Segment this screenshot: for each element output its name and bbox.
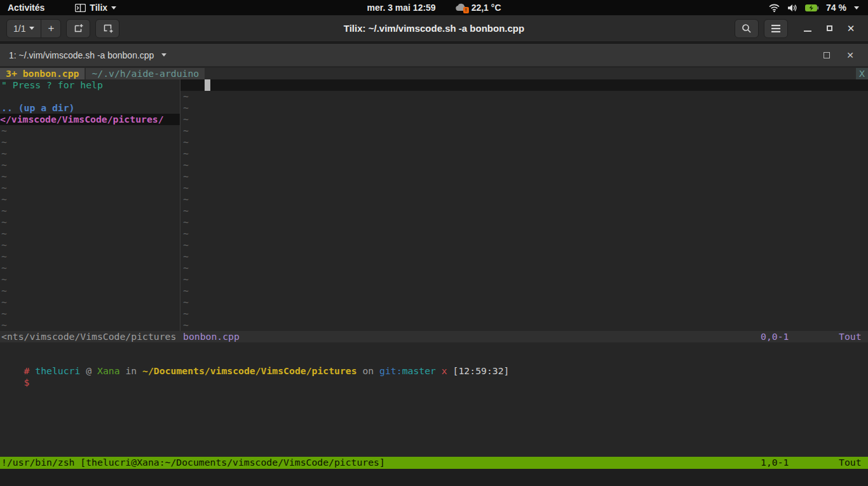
terminal-viewport[interactable]: 3+ bonbon.cpp ~/.v/h/aide-arduino X " Pr… — [0, 66, 868, 486]
tilde-row: ~ — [180, 91, 868, 102]
tilde-row: ~ — [180, 240, 868, 251]
tilde-row: ~ — [180, 114, 868, 125]
minimize-icon — [804, 30, 811, 32]
tilde-row: ~ — [180, 125, 868, 137]
vim-windows: " Press ? for help .. (up a dir) </vimsc… — [0, 79, 868, 331]
explorer-blank-line — [0, 91, 180, 102]
menu-button[interactable] — [764, 19, 788, 38]
clock-button[interactable]: mer. 3 mai 12:59 — [364, 3, 438, 13]
volume-icon[interactable] — [787, 4, 797, 12]
weather-cloud-icon: ! — [455, 3, 468, 13]
clock-label: mer. 3 mai 12:59 — [367, 3, 435, 13]
tilde-row: ~ — [180, 285, 868, 297]
tilde-row: ~ — [0, 274, 180, 285]
battery-icon — [805, 4, 818, 11]
tilde-row: ~ — [180, 194, 868, 205]
close-window-button[interactable]: ✕ — [840, 19, 862, 38]
tilde-row: ~ — [0, 148, 180, 159]
tilde-row: ~ — [0, 251, 180, 262]
statusline-buffer: bonbon.cpp 0,0-1 Tout — [180, 331, 868, 342]
new-session-button[interactable]: + — [41, 20, 60, 37]
app-menu-label: Tilix — [90, 3, 107, 13]
tilde-row: ~ — [180, 251, 868, 262]
tilix-headerbar: Tilix: ~/.vim/vimscode.sh -a bonbon.cpp … — [0, 15, 868, 42]
terminal-tab[interactable]: 1: ~/.vim/vimscode.sh -a bonbon.cpp — [9, 50, 166, 60]
vim-tab-inactive[interactable]: ~/.v/h/aide-arduino — [86, 68, 205, 79]
terminal-statusline-ruler: 1,0-1 — [761, 457, 839, 469]
gnome-top-bar: Activités Tilix mer. 3 mai 12:59 ! — [0, 0, 868, 15]
tilde-row: ~ — [0, 262, 180, 274]
buffer-pane[interactable]: 1 ~~~~~~~~~~~~~~~~~~~~~ — [180, 79, 868, 331]
explorer-help-line: " Press ? for help — [0, 79, 180, 91]
activities-button[interactable]: Activités — [0, 0, 52, 15]
terminal-titlebar: 1: ~/.vim/vimscode.sh -a bonbon.cpp ✕ — [0, 44, 868, 66]
tilde-row: ~ — [180, 297, 868, 308]
tilde-row: ~ — [180, 102, 868, 114]
explorer-tilde-column: ~~~~~~~~~~~~~~~~~~ — [0, 125, 180, 331]
weather-indicator[interactable]: ! 22,1 °C — [452, 3, 504, 13]
buffer-line-1: 1 — [180, 79, 868, 91]
tilde-row: ~ — [0, 308, 180, 320]
tilde-row: ~ — [180, 308, 868, 320]
tilde-row: ~ — [0, 320, 180, 331]
explorer-current-dir[interactable]: </vimscode/VimsCode/pictures/ — [0, 114, 180, 125]
split-right-icon — [73, 23, 84, 34]
session-counter-label: 1/1 — [13, 24, 25, 34]
tilde-row: ~ — [0, 159, 180, 171]
tilde-row: ~ — [0, 137, 180, 148]
statusline-ruler: 0,0-1 — [761, 331, 839, 342]
tilde-row: ~ — [0, 228, 180, 240]
statusline-scroll-position: Tout — [839, 331, 868, 342]
search-icon — [742, 24, 752, 34]
split-right-button[interactable] — [66, 19, 90, 38]
vim-tabline: 3+ bonbon.cpp ~/.v/h/aide-arduino X — [0, 68, 868, 79]
weather-alert-badge: ! — [463, 7, 469, 13]
terminal-maximize-button[interactable] — [824, 52, 830, 58]
tilde-row: ~ — [0, 285, 180, 297]
terminal-bottom-padding — [0, 469, 868, 486]
wifi-icon[interactable] — [769, 4, 780, 12]
explorer-up-dir[interactable]: .. (up a dir) — [0, 102, 180, 114]
terminal-close-button[interactable]: ✕ — [846, 51, 854, 60]
prompt-dollar: $ — [24, 377, 30, 388]
tilde-row: ~ — [180, 205, 868, 217]
system-menu-chevron-icon[interactable] — [854, 6, 859, 10]
terminal-statusline: !/usr/bin/zsh [thelucri@Xana:~/Documents… — [0, 457, 868, 469]
terminal-statusline-title: !/usr/bin/zsh [thelucri@Xana:~/Documents… — [0, 457, 385, 469]
split-down-button[interactable] — [95, 19, 119, 38]
session-switcher-group: 1/1 + — [6, 19, 61, 38]
shell-input-line[interactable]: $ — [0, 365, 868, 377]
temperature-label: 22,1 °C — [471, 3, 501, 13]
vim-tab-close-button[interactable]: X — [856, 68, 868, 79]
tilde-row: ~ — [180, 228, 868, 240]
terminal-statusline-scroll: Tout — [839, 457, 868, 469]
tilde-row: ~ — [0, 297, 180, 308]
tilde-row: ~ — [180, 182, 868, 194]
terminal-tab-label: 1: ~/.vim/vimscode.sh -a bonbon.cpp — [9, 50, 154, 60]
tilde-row: ~ — [180, 148, 868, 159]
search-button[interactable] — [735, 19, 759, 38]
maximize-icon — [827, 25, 832, 31]
session-counter-button[interactable]: 1/1 — [7, 20, 41, 37]
battery-percent-label: 74 % — [826, 3, 846, 13]
tilde-row: ~ — [180, 274, 868, 285]
tilde-row: ~ — [180, 171, 868, 182]
maximize-button[interactable] — [818, 19, 840, 38]
tilde-row: ~ — [0, 125, 180, 137]
tilde-row: ~ — [0, 171, 180, 182]
tilde-row: ~ — [0, 194, 180, 205]
tilde-row: ~ — [0, 217, 180, 228]
tilde-row: ~ — [180, 217, 868, 228]
vim-statusline: <nts/vimscode/VimsCode/pictures bonbon.c… — [0, 331, 868, 342]
session-chevron-icon — [29, 27, 34, 30]
app-menu-button[interactable]: Tilix — [67, 0, 124, 15]
statusline-explorer-path: <nts/vimscode/VimsCode/pictures — [0, 331, 180, 342]
minimize-button[interactable] — [797, 19, 818, 38]
tilde-row: ~ — [180, 262, 868, 274]
split-down-icon — [102, 23, 113, 34]
file-explorer-pane[interactable]: " Press ? for help .. (up a dir) </vimsc… — [0, 79, 180, 331]
text-cursor — [205, 79, 210, 91]
shell-prompt-line: #thelucri@Xanain~/Documents/vimscode/Vim… — [0, 354, 868, 365]
tilde-row: ~ — [0, 205, 180, 217]
vim-tab-active[interactable]: 3+ bonbon.cpp — [0, 68, 85, 79]
